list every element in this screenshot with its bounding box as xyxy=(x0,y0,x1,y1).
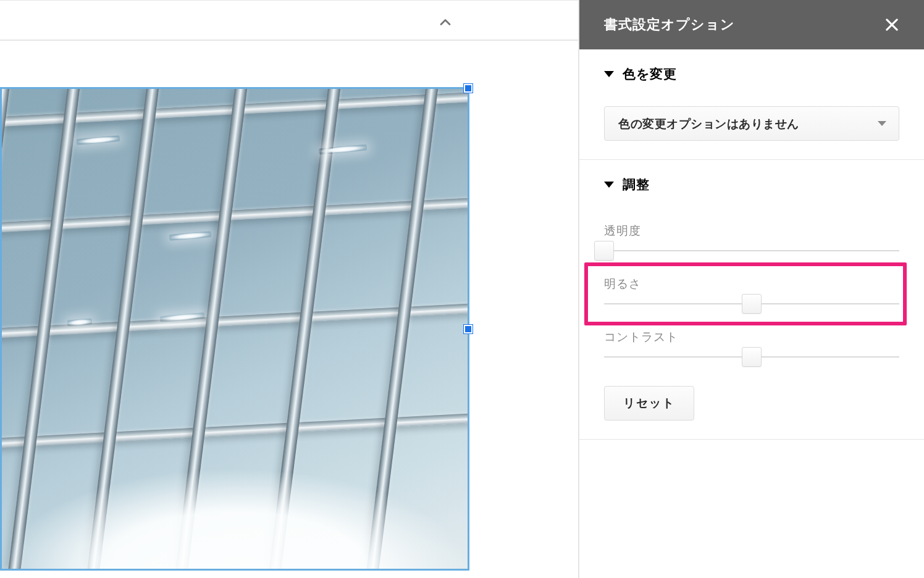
section-recolor-title: 色を変更 xyxy=(623,65,676,83)
close-sidebar-button[interactable] xyxy=(880,12,904,37)
transparency-label: 透明度 xyxy=(604,223,899,239)
contrast-slider-thumb[interactable] xyxy=(742,347,762,367)
section-adjust-header[interactable]: 調整 xyxy=(604,176,899,193)
collapse-toolbar-button[interactable] xyxy=(435,12,456,33)
chevron-up-icon xyxy=(437,14,454,31)
resize-handle-mid-right[interactable] xyxy=(464,325,472,333)
section-recolor-header[interactable]: 色を変更 xyxy=(604,65,899,83)
sidebar-header: 書式設定オプション xyxy=(579,0,924,49)
brightness-slider[interactable] xyxy=(604,303,899,304)
sidebar-body: 色を変更 色の変更オプションはありません 調整 透明度 明るさ xyxy=(579,49,924,578)
section-next xyxy=(579,440,924,450)
canvas[interactable] xyxy=(0,56,487,578)
brightness-slider-thumb[interactable] xyxy=(742,294,762,314)
section-recolor: 色を変更 色の変更オプションはありません xyxy=(579,49,924,160)
section-adjust-title: 調整 xyxy=(623,176,649,193)
section-adjust: 調整 透明度 明るさ コントラスト リセッ xyxy=(579,160,924,440)
recolor-selected-value: 色の変更オプションはありません xyxy=(618,116,799,132)
image-content xyxy=(2,89,468,569)
selected-image[interactable] xyxy=(0,87,469,571)
contrast-control: コントラスト xyxy=(604,329,899,358)
caret-down-icon xyxy=(604,71,614,77)
brightness-control: 明るさ xyxy=(604,276,899,304)
transparency-slider[interactable] xyxy=(604,250,899,251)
brightness-label: 明るさ xyxy=(604,276,899,292)
format-options-sidebar: 書式設定オプション 色を変更 色の変更オプションはありません 調整 xyxy=(578,0,924,578)
reset-button-label: リセット xyxy=(623,395,675,411)
recolor-options-dropdown[interactable]: 色の変更オプションはありません xyxy=(604,106,899,141)
close-icon xyxy=(883,16,901,33)
caret-down-icon xyxy=(604,182,614,188)
resize-handle-top-right[interactable] xyxy=(464,84,472,93)
contrast-slider[interactable] xyxy=(604,356,899,358)
transparency-control: 透明度 xyxy=(604,223,899,251)
reset-button[interactable]: リセット xyxy=(604,386,694,421)
transparency-slider-thumb[interactable] xyxy=(594,241,614,261)
sidebar-title: 書式設定オプション xyxy=(604,15,735,34)
chevron-down-icon xyxy=(878,121,886,126)
contrast-label: コントラスト xyxy=(604,329,899,345)
